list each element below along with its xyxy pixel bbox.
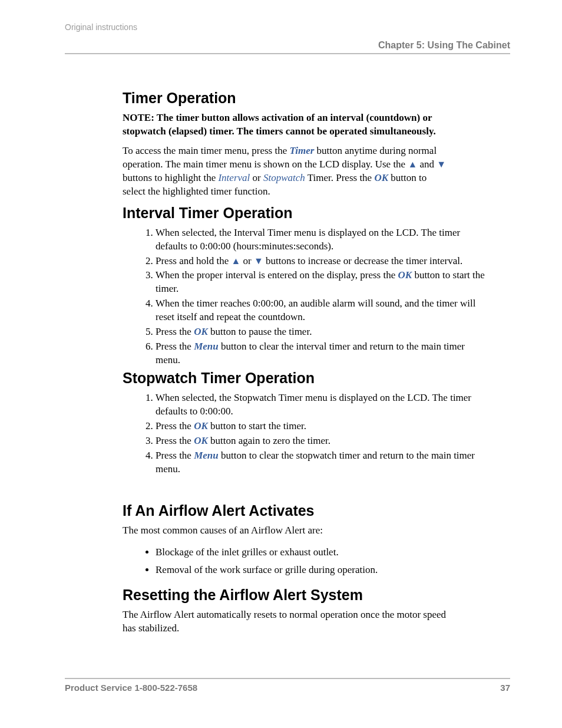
key-timer: Timer	[289, 145, 314, 156]
text-run: When the timer reaches 0:00:00, an audib…	[156, 298, 475, 322]
list-item: Press and hold the ▲ or ▼ buttons to inc…	[156, 255, 485, 268]
note-rest: The timer button allows activation of an…	[123, 112, 436, 137]
note-paragraph: NOTE: The timer button allows activation…	[123, 111, 450, 139]
footer-row: Product Service 1-800-522-7658 37	[65, 683, 510, 693]
heading-interval-timer: Interval Timer Operation	[123, 205, 510, 222]
list-item: When selected, the Stopwatch Timer menu …	[156, 391, 485, 419]
key-ok: OK	[374, 172, 388, 183]
list-item: When the timer reaches 0:00:00, an audib…	[156, 297, 485, 324]
key-interval: Interval	[218, 172, 250, 183]
text-run: When selected, the Interval Timer menu i…	[156, 227, 460, 252]
text-run: and	[417, 159, 437, 170]
text-run: To access the main timer menu, press the	[123, 145, 289, 156]
key-ok: OK	[194, 326, 208, 337]
top-meta-label: Original instructions	[65, 22, 510, 32]
text-run: Press and hold the	[156, 255, 231, 266]
list-item: When selected, the Interval Timer menu i…	[156, 226, 485, 253]
key-menu: Menu	[194, 450, 219, 461]
timer-access-paragraph: To access the main timer menu, press the…	[123, 144, 450, 199]
arrow-down-icon: ▼	[437, 159, 446, 169]
heading-timer-operation: Timer Operation	[123, 90, 510, 107]
list-item: Removal of the work surface or grille du…	[156, 561, 483, 579]
airflow-causes-list: Blockage of the inlet grilles or exhaust…	[123, 543, 483, 579]
footer-divider	[65, 678, 510, 679]
footer: Product Service 1-800-522-7658 37	[65, 670, 510, 693]
text-run: When the proper interval is entered on t…	[156, 269, 398, 281]
arrow-up-icon: ▲	[408, 159, 417, 169]
top-divider	[65, 53, 510, 54]
key-ok: OK	[398, 269, 412, 281]
text-run: buttons to highlight the	[123, 172, 218, 183]
text-run: Press the	[156, 450, 194, 461]
reset-alert-paragraph: The Airflow Alert automatically resets t…	[123, 608, 450, 635]
text-run: Press the	[156, 326, 194, 337]
text-run: Removal of the work surface or grille du…	[156, 564, 378, 575]
text-run: or	[250, 172, 263, 183]
note-lead: NOTE:	[123, 112, 157, 123]
key-ok: OK	[194, 435, 208, 446]
list-item: Blockage of the inlet grilles or exhaust…	[156, 543, 483, 562]
page-number: 37	[500, 683, 510, 693]
text-run: Timer. Press the	[305, 172, 375, 183]
list-item: When the proper interval is entered on t…	[156, 269, 485, 296]
text-run: When selected, the Stopwatch Timer menu …	[156, 392, 471, 417]
stopwatch-list: When selected, the Stopwatch Timer menu …	[123, 391, 485, 476]
text-run: Press the	[156, 435, 194, 446]
list-item: Press the OK button to start the timer.	[156, 420, 485, 433]
text-run: or	[240, 255, 254, 266]
page: Original instructions Chapter 5: Using T…	[0, 0, 562, 728]
key-menu: Menu	[194, 341, 219, 352]
airflow-intro: The most common causes of an Airflow Ale…	[123, 524, 450, 538]
key-ok: OK	[194, 420, 208, 431]
chapter-title: Chapter 5: Using The Cabinet	[65, 40, 510, 53]
interval-list: When selected, the Interval Timer menu i…	[123, 226, 485, 367]
list-item: Press the OK button again to zero the ti…	[156, 434, 485, 448]
heading-airflow-alert: If An Airflow Alert Activates	[123, 502, 510, 519]
list-item: Press the Menu button to clear the inter…	[156, 340, 485, 367]
arrow-down-icon: ▼	[254, 256, 263, 266]
text-run: Press the	[156, 341, 194, 352]
list-item: Press the OK button to pause the timer.	[156, 325, 485, 339]
body-content: Timer Operation NOTE: The timer button a…	[123, 90, 510, 635]
text-run: button to start the timer.	[208, 420, 306, 431]
footer-service-text: Product Service 1-800-522-7658	[65, 683, 197, 693]
text-run: buttons to increase or decrease the time…	[263, 255, 462, 266]
text-run: button again to zero the timer.	[208, 435, 330, 446]
heading-stopwatch-timer: Stopwatch Timer Operation	[123, 370, 510, 387]
key-stopwatch: Stopwatch	[263, 172, 305, 183]
heading-reset-alert: Resetting the Airflow Alert System	[123, 587, 510, 604]
arrow-up-icon: ▲	[231, 256, 240, 266]
text-run: Press the	[156, 420, 194, 431]
text-run: Blockage of the inlet grilles or exhaust…	[156, 546, 339, 558]
text-run: button to pause the timer.	[208, 326, 312, 337]
list-item: Press the Menu button to clear the stopw…	[156, 449, 485, 476]
